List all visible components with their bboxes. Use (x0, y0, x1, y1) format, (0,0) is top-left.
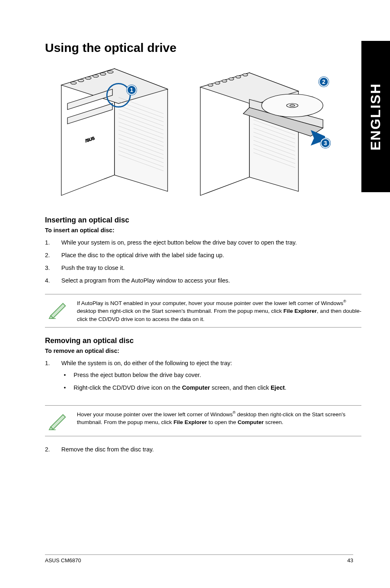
footer-left: ASUS CM6870 (45, 557, 81, 563)
note-text-insert: If AutoPlay is NOT enabled in your compu… (77, 298, 361, 323)
page-title: Using the optical drive (45, 41, 361, 55)
inserting-steps: 1.While your system is on, press the eje… (45, 238, 361, 285)
svg-point-44 (208, 84, 213, 86)
list-item: 2.Place the disc to the optical drive wi… (45, 251, 361, 260)
svg-point-46 (222, 80, 227, 82)
list-item: 3.Push the tray to close it. (45, 264, 361, 272)
note-box-remove: Hover your mouse pointer over the lower … (45, 405, 361, 436)
marker-2: 2 (319, 77, 329, 87)
removing-lead: To remove an optical disc: (45, 348, 361, 354)
tower-open-svg (188, 61, 335, 204)
svg-point-49 (243, 74, 248, 76)
list-item: •Right-click the CD/DVD drive icon on th… (61, 384, 361, 392)
svg-point-21 (93, 75, 99, 77)
footer-page-number: 43 (347, 557, 353, 563)
removing-heading: Removing an optical disc (45, 337, 361, 345)
list-item: 2.Remove the disc from the disc tray. (45, 445, 361, 454)
sidetab-label: ENGLISH (368, 83, 384, 150)
svg-point-22 (100, 73, 106, 75)
pencil-note-icon (45, 410, 69, 432)
svg-point-19 (78, 79, 84, 82)
tower-open-image: 2 3 (188, 61, 335, 204)
tower-closed-image: /SUS 1 (45, 61, 176, 204)
list-item: 1. While the system is on, do either of … (45, 359, 361, 396)
note-box-insert: If AutoPlay is NOT enabled in your compu… (45, 294, 361, 328)
page-footer: ASUS CM6870 43 (45, 554, 353, 563)
removing-steps-2: 2.Remove the disc from the disc tray. (45, 445, 361, 454)
svg-point-20 (85, 77, 91, 79)
svg-point-54 (290, 105, 295, 106)
svg-point-47 (229, 78, 234, 80)
removing-sub-bullets: •Press the eject button below the drive … (61, 371, 361, 392)
inserting-lead: To insert an optical disc: (45, 227, 361, 233)
marker-3: 3 (321, 138, 330, 148)
marker-1: 1 (127, 85, 137, 95)
tower-closed-svg: /SUS (45, 61, 176, 204)
list-item: 1.While your system is on, press the eje… (45, 238, 361, 247)
pencil-note-icon (45, 298, 69, 321)
inserting-heading: Inserting an optical disc (45, 216, 361, 224)
note-text-remove: Hover your mouse pointer over the lower … (77, 410, 361, 426)
svg-point-45 (215, 82, 220, 84)
svg-point-18 (71, 82, 76, 84)
illustration-row: /SUS 1 (45, 61, 361, 204)
removing-steps-1: 1. While the system is on, do either of … (45, 359, 361, 396)
language-sidetab: ENGLISH (361, 41, 390, 192)
svg-point-48 (236, 76, 241, 78)
callout-ring-1 (106, 83, 131, 108)
list-item: 4.Select a program from the AutoPlay win… (45, 276, 361, 285)
svg-point-23 (108, 71, 113, 73)
page: ENGLISH Using the optical drive (0, 0, 390, 588)
list-item: •Press the eject button below the drive … (61, 371, 361, 379)
